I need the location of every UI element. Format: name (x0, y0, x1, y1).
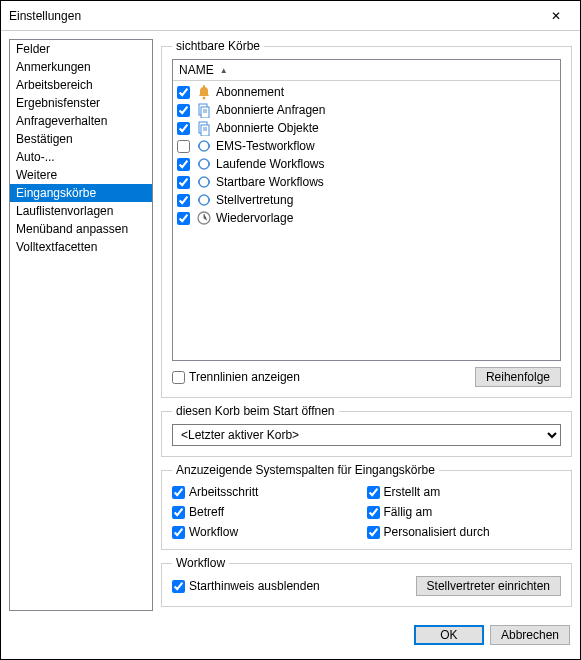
svg-point-0 (203, 97, 206, 100)
ok-button[interactable]: OK (414, 625, 484, 645)
basket-checkbox[interactable] (177, 86, 190, 99)
clock-icon (196, 210, 212, 226)
sidebar-item[interactable]: Bestätigen (10, 130, 152, 148)
basket-label: Stellvertretung (216, 193, 293, 207)
basket-row[interactable]: Abonnierte Anfragen (177, 101, 556, 119)
close-button[interactable]: ✕ (540, 4, 572, 28)
basket-label: EMS-Testworkflow (216, 139, 315, 153)
basket-checkbox[interactable] (177, 176, 190, 189)
open-on-start-select[interactable]: <Letzter aktiver Korb> (172, 424, 561, 446)
sidebar-item[interactable]: Anfrageverhalten (10, 112, 152, 130)
basket-label: Abonnement (216, 85, 284, 99)
basket-label: Wiedervorlage (216, 211, 293, 225)
cancel-button[interactable]: Abbrechen (490, 625, 570, 645)
system-columns-legend: Anzuzeigende Systemspalten für Eingangsk… (172, 463, 439, 477)
basket-checkbox[interactable] (177, 212, 190, 225)
sidebar-item[interactable]: Weitere (10, 166, 152, 184)
titlebar: Einstellungen ✕ (1, 1, 580, 31)
system-column-checkbox[interactable]: Fällig am (367, 505, 562, 519)
basket-row[interactable]: Laufende Workflows (177, 155, 556, 173)
gear-icon (196, 156, 212, 172)
workflow-legend: Workflow (172, 556, 229, 570)
sidebar-item[interactable]: Ergebnisfenster (10, 94, 152, 112)
basket-row[interactable]: Startbare Workflows (177, 173, 556, 191)
sidebar: FelderAnmerkungenArbeitsbereichErgebnisf… (9, 39, 153, 611)
gear-icon (196, 192, 212, 208)
basket-checkbox[interactable] (177, 140, 190, 153)
system-column-checkbox[interactable]: Betreff (172, 505, 367, 519)
workflow-group: Workflow Starthinweis ausblenden Stellve… (161, 556, 572, 607)
basket-checkbox[interactable] (177, 104, 190, 117)
basket-row[interactable]: Stellvertretung (177, 191, 556, 209)
system-column-checkbox[interactable]: Workflow (172, 525, 367, 539)
sidebar-item[interactable]: Eingangskörbe (10, 184, 152, 202)
sidebar-item[interactable]: Volltextfacetten (10, 238, 152, 256)
basket-checkbox[interactable] (177, 122, 190, 135)
system-column-checkbox[interactable]: Erstellt am (367, 485, 562, 499)
baskets-table-header[interactable]: NAME ▲ (173, 60, 560, 81)
order-button[interactable]: Reihenfolge (475, 367, 561, 387)
hide-start-hint-checkbox[interactable]: Starthinweis ausblenden (172, 579, 320, 593)
deputy-button[interactable]: Stellvertreter einrichten (416, 576, 561, 596)
system-columns-group: Anzuzeigende Systemspalten für Eingangsk… (161, 463, 572, 550)
basket-row[interactable]: Abonnierte Objekte (177, 119, 556, 137)
sidebar-item[interactable]: Felder (10, 40, 152, 58)
visible-baskets-group: sichtbare Körbe NAME ▲ AbonnementAbonnie… (161, 39, 572, 398)
basket-label: Laufende Workflows (216, 157, 325, 171)
doc-icon (196, 120, 212, 136)
sidebar-item[interactable]: Anmerkungen (10, 58, 152, 76)
sidebar-item[interactable]: Lauflistenvorlagen (10, 202, 152, 220)
window-title: Einstellungen (9, 9, 81, 23)
visible-baskets-legend: sichtbare Körbe (172, 39, 264, 53)
basket-label: Startbare Workflows (216, 175, 324, 189)
sort-asc-icon: ▲ (220, 66, 228, 75)
show-separators-checkbox[interactable]: Trennlinien anzeigen (172, 370, 300, 384)
basket-label: Abonnierte Objekte (216, 121, 319, 135)
basket-row[interactable]: Wiedervorlage (177, 209, 556, 227)
basket-checkbox[interactable] (177, 158, 190, 171)
gear-icon (196, 138, 212, 154)
name-column: NAME (179, 63, 214, 77)
doc-icon (196, 102, 212, 118)
sidebar-item[interactable]: Arbeitsbereich (10, 76, 152, 94)
basket-label: Abonnierte Anfragen (216, 103, 325, 117)
open-on-start-legend: diesen Korb beim Start öffnen (172, 404, 339, 418)
open-on-start-group: diesen Korb beim Start öffnen <Letzter a… (161, 404, 572, 457)
gear-icon (196, 174, 212, 190)
system-column-checkbox[interactable]: Personalisiert durch (367, 525, 562, 539)
system-column-checkbox[interactable]: Arbeitsschritt (172, 485, 367, 499)
sidebar-item[interactable]: Menüband anpassen (10, 220, 152, 238)
basket-checkbox[interactable] (177, 194, 190, 207)
basket-row[interactable]: EMS-Testworkflow (177, 137, 556, 155)
sidebar-item[interactable]: Auto-... (10, 148, 152, 166)
bell-icon (196, 84, 212, 100)
basket-row[interactable]: Abonnement (177, 83, 556, 101)
